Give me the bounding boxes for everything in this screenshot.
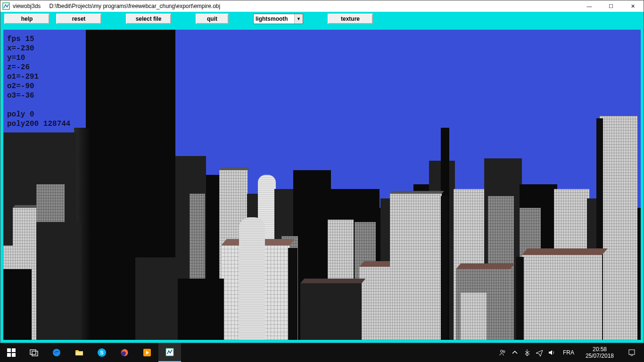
taskview-button[interactable] (23, 343, 45, 362)
mediaplayer-icon (142, 348, 152, 357)
window-controls: — ☐ ✕ (578, 0, 644, 12)
notifications-button[interactable] (622, 343, 641, 362)
start-button[interactable] (0, 343, 23, 362)
svg-rect-3 (7, 353, 11, 357)
file-path: D:\fbedit\Projects\my programs\freewebca… (49, 3, 220, 9)
edge-icon (52, 348, 61, 357)
taskbar-firefox[interactable] (113, 343, 136, 362)
svg-point-15 (503, 351, 505, 353)
taskbar-edge[interactable] (45, 343, 68, 362)
clock-time: 20:58 (586, 346, 614, 353)
app-icon (165, 347, 174, 357)
volume-icon[interactable] (548, 349, 555, 356)
taskbar-skype[interactable]: S (91, 343, 113, 362)
select-file-button[interactable]: select file (126, 14, 171, 24)
svg-rect-16 (629, 350, 635, 354)
toolbar: help reset select file quit lightsmooth … (0, 12, 644, 27)
system-tray: FRA 20:58 25/07/2018 (499, 343, 644, 362)
folder-icon (74, 348, 84, 357)
firefox-icon (120, 348, 129, 357)
app-window: viewobj3ds D:\fbedit\Projects\my program… (0, 0, 644, 343)
reset-button[interactable]: reset (56, 14, 101, 24)
app-title: viewobj3ds (13, 3, 41, 9)
clock-date: 25/07/2018 (586, 353, 614, 359)
help-button[interactable]: help (4, 14, 50, 24)
language-indicator[interactable]: FRA (560, 349, 577, 356)
taskbar[interactable]: S FRA 20:58 25/07/2018 (0, 343, 644, 362)
3d-viewport[interactable]: fps 15 x=-230 y=10 z=-26 o1=-291 o2=-90 … (3, 30, 641, 340)
svg-rect-5 (30, 350, 36, 354)
skype-icon: S (97, 348, 107, 357)
svg-rect-1 (7, 348, 11, 352)
city-render (3, 30, 641, 340)
notification-icon (628, 349, 636, 356)
shading-dropdown-value: lightsmooth (254, 16, 294, 22)
minimize-button[interactable]: — (578, 0, 600, 12)
maximize-button[interactable]: ☐ (600, 0, 622, 12)
quit-button[interactable]: quit (196, 14, 229, 24)
svg-rect-8 (75, 352, 83, 355)
taskbar-mediaplayer[interactable] (136, 343, 158, 362)
shading-dropdown[interactable]: lightsmooth ▼ (253, 14, 303, 24)
titlebar[interactable]: viewobj3ds D:\fbedit\Projects\my program… (0, 0, 644, 12)
bluetooth-icon[interactable] (523, 349, 531, 356)
svg-rect-4 (12, 353, 16, 357)
people-icon[interactable] (499, 349, 506, 356)
airplane-icon[interactable] (536, 349, 543, 356)
viewport-border: fps 15 x=-230 y=10 z=-26 o1=-291 o2=-90 … (0, 27, 644, 343)
svg-point-7 (53, 349, 60, 356)
chevron-down-icon: ▼ (294, 14, 303, 24)
windows-icon (7, 348, 16, 357)
svg-rect-2 (12, 348, 16, 352)
texture-button[interactable]: texture (328, 14, 373, 24)
taskbar-explorer[interactable] (68, 343, 91, 362)
chevron-up-icon[interactable] (511, 349, 519, 356)
taskview-icon (29, 348, 39, 357)
svg-text:S: S (100, 350, 103, 355)
stats-overlay: fps 15 x=-230 y=10 z=-26 o1=-291 o2=-90 … (7, 34, 70, 129)
clock[interactable]: 20:58 25/07/2018 (582, 346, 618, 359)
svg-rect-6 (32, 351, 38, 356)
app-icon (2, 2, 10, 10)
taskbar-app-active[interactable] (158, 343, 181, 362)
svg-point-14 (501, 350, 503, 353)
close-button[interactable]: ✕ (622, 0, 644, 12)
